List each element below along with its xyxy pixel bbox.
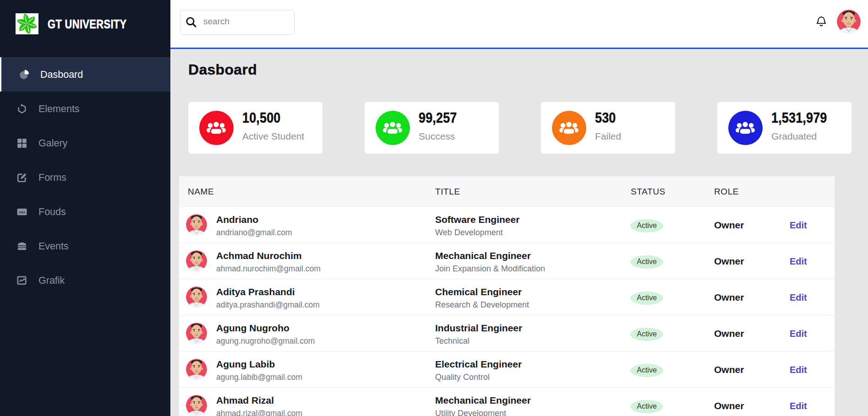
svg-text:VISA: VISA [19,211,25,213]
